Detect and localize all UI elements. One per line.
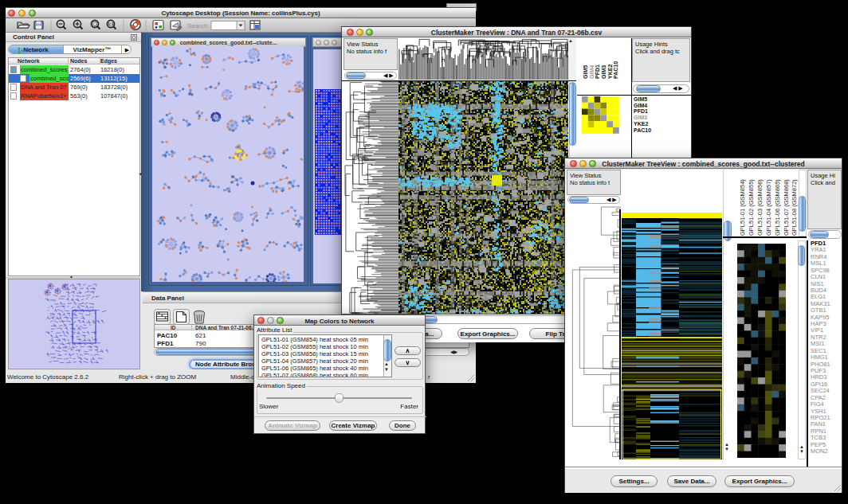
svg-text:Search:: Search: — [187, 22, 210, 29]
svg-text:1:1: 1:1 — [108, 21, 114, 26]
